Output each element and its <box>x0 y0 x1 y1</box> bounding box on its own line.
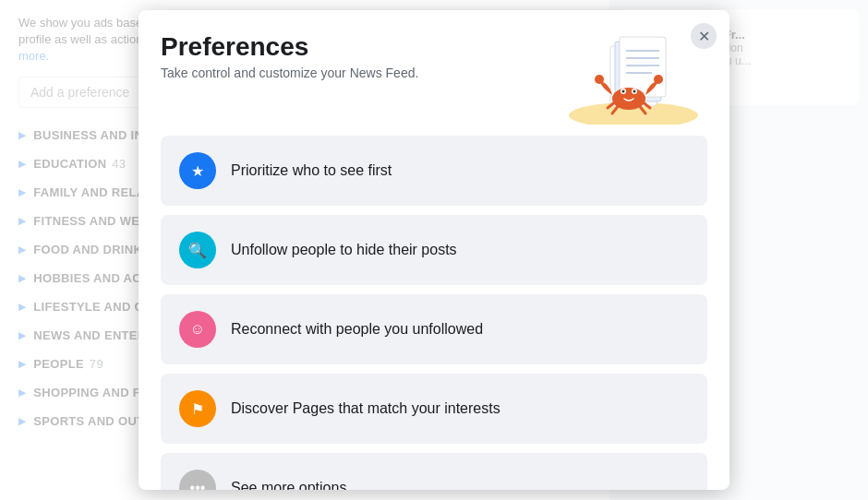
modal-header: Preferences Take control and customize y… <box>139 10 729 136</box>
pref-icon-unfollow: 🔍 <box>179 232 216 268</box>
svg-point-17 <box>622 90 625 93</box>
svg-point-18 <box>633 90 636 93</box>
pref-label-more-options: See more options <box>231 480 346 490</box>
pref-label-discover: Discover Pages that match your interests <box>231 400 500 417</box>
pref-icon-symbol: ⚑ <box>191 400 204 418</box>
pref-icon-symbol: ☺ <box>190 321 205 338</box>
svg-point-10 <box>654 75 663 84</box>
modal-illustration <box>560 32 707 125</box>
pref-label-reconnect: Reconnect with people you unfollowed <box>231 321 483 338</box>
modal-close-button[interactable]: ✕ <box>691 23 717 49</box>
pref-option-reconnect[interactable]: ☺ Reconnect with people you unfollowed <box>161 294 707 364</box>
preferences-modal: ✕ Preferences Take control and customize… <box>139 10 729 490</box>
pref-icon-prioritize: ★ <box>179 152 216 189</box>
modal-body: ★ Prioritize who to see first 🔍 Unfollow… <box>139 136 729 490</box>
modal-subtitle: Take control and customize your News Fee… <box>161 65 560 80</box>
pref-option-prioritize[interactable]: ★ Prioritize who to see first <box>161 136 707 206</box>
svg-point-9 <box>595 75 604 84</box>
pref-icon-symbol: ★ <box>191 162 204 180</box>
pref-icon-reconnect: ☺ <box>179 311 216 348</box>
pref-option-discover[interactable]: ⚑ Discover Pages that match your interes… <box>161 374 707 444</box>
pref-option-more-options[interactable]: ••• See more options <box>161 453 707 490</box>
pref-icon-more-options: ••• <box>179 470 216 490</box>
modal-title: Preferences <box>161 32 560 62</box>
pref-icon-symbol: ••• <box>190 480 206 490</box>
modal-overlay: ✕ Preferences Take control and customize… <box>0 0 868 500</box>
pref-option-unfollow[interactable]: 🔍 Unfollow people to hide their posts <box>161 215 707 285</box>
pref-icon-symbol: 🔍 <box>188 242 207 259</box>
pref-label-unfollow: Unfollow people to hide their posts <box>231 242 457 258</box>
pref-label-prioritize: Prioritize who to see first <box>231 162 392 179</box>
modal-header-left: Preferences Take control and customize y… <box>161 32 560 80</box>
pref-icon-discover: ⚑ <box>179 390 216 427</box>
